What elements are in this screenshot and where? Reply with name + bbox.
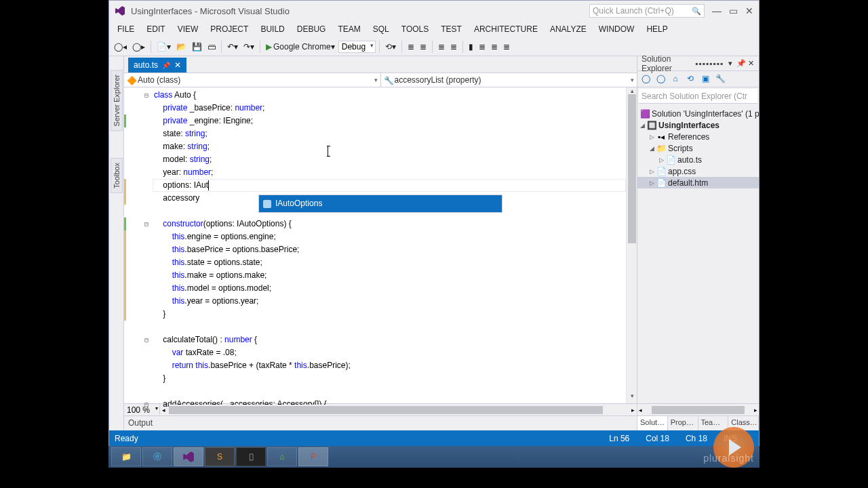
tb-misc7[interactable]: ≣ [489,41,500,53]
se-horizontal-scrollbar[interactable]: ◂▸ [637,403,759,415]
panel-dropdown-button[interactable]: ▾ [726,59,734,68]
menu-edit[interactable]: EDIT [141,22,170,36]
menu-window[interactable]: WINDOW [593,22,640,36]
nav-fwd-button[interactable]: ◯▸ [130,41,147,53]
scroll-right-icon[interactable]: ▸ [629,407,637,413]
menubar: FILEEDITVIEWPROJECTBUILDDEBUGTEAMSQLTOOL… [109,21,759,37]
menu-view[interactable]: VIEW [172,22,204,36]
menu-team[interactable]: TEAM [332,22,366,36]
nav-class-combo[interactable]: 🔶 Auto (class)▾ [124,73,381,87]
class-icon: 🔶 [127,76,135,84]
tb-misc5[interactable]: ▮ [467,41,475,53]
watermark: pluralsight [703,453,754,464]
tb-misc6[interactable]: ≣ [477,41,488,53]
redo-button[interactable]: ↷▾ [241,41,256,53]
file-tabs: auto.ts 📌 ✕ [124,56,637,73]
vertical-scrollbar[interactable]: ▴ ▾ [626,87,637,403]
text-cursor-icon [328,146,328,157]
taskbar-explorer[interactable]: 📁 [111,447,141,466]
window-title: UsingInterfaces - Microsoft Visual Studi… [131,6,589,16]
tb-misc2[interactable]: ≣ [418,41,429,53]
horizontal-scrollbar[interactable] [169,405,628,415]
close-tab-button[interactable]: ✕ [174,60,181,70]
menu-sql[interactable]: SQL [368,22,395,36]
open-button[interactable]: 📂 [174,41,189,53]
menu-debug[interactable]: DEBUG [292,22,332,36]
navigation-bar: 🔶 Auto (class)▾ 🔧 accessoryList (propert… [124,73,637,87]
solution-explorer-title: Solution Explorer [642,54,695,73]
intellisense-popup[interactable]: IAutoOptions [258,195,502,213]
code-editor[interactable]: IAutoOptions class Auto { private _baseP… [153,87,626,403]
intellisense-item[interactable]: IAutoOptions [259,195,502,212]
tb-misc3[interactable]: ≣ [436,41,447,53]
vs-logo-icon [115,5,125,16]
toolbox-tab[interactable]: Toolbox [111,158,123,193]
server-explorer-tab[interactable]: Server Explorer [111,70,123,131]
pin-icon[interactable]: 📌 [162,62,170,69]
panel-tab[interactable]: Prop… [668,416,698,430]
nav-member-combo[interactable]: 🔧 accessoryList (property)▾ [381,73,637,87]
undo-button[interactable]: ↶▾ [225,41,240,53]
tb-misc4[interactable]: ≣ [448,41,459,53]
menu-file[interactable]: FILE [112,22,140,36]
minimize-button[interactable]: — [713,7,721,15]
panel-tab[interactable]: Tea… [698,416,729,430]
taskbar-home[interactable]: ⌂ [267,447,297,466]
taskbar-powerpoint[interactable]: P [298,447,328,466]
tree-item[interactable]: ◢🔲UsingInterfaces [637,119,759,131]
tree-item[interactable]: ▷📄default.htm [637,177,759,188]
se-fwd-button[interactable]: ◯ [655,74,666,85]
new-project-button[interactable]: 📄▾ [155,41,173,53]
tree-item[interactable]: ▷📄app.css [637,165,759,177]
output-panel-header[interactable]: Output [124,415,637,430]
run-button[interactable]: ▶Google Chrome ▾ [264,41,337,53]
solution-tree[interactable]: 🟪Solution 'UsingInterfaces' (1 p◢🔲UsingI… [637,105,759,403]
windows-taskbar[interactable]: 📁 ⓔ S ⌷ ⌂ P [108,446,760,468]
se-refresh-button[interactable]: ⟲ [685,74,696,85]
menu-help[interactable]: HELP [641,22,673,36]
titlebar: UsingInterfaces - Microsoft Visual Studi… [109,1,759,21]
menu-test[interactable]: TEST [435,22,467,36]
menu-analyze[interactable]: ANALYZE [545,22,592,36]
se-search-input[interactable]: Search Solution Explorer (Ctr [639,89,757,104]
tree-item[interactable]: ▷📄auto.ts [637,154,759,165]
se-collapse-button[interactable]: ▣ [700,74,711,85]
se-home-button[interactable]: ⌂ [670,74,681,85]
quick-launch-input[interactable]: Quick Launch (Ctrl+Q)🔍 [589,4,705,18]
status-col: Col 18 [646,434,669,443]
menu-tools[interactable]: TOOLS [396,22,434,36]
tree-item[interactable]: ▷▪◂References [637,131,759,142]
browser-link-button[interactable]: ⟲▾ [383,41,398,53]
status-char: Ch 18 [686,434,707,443]
menu-project[interactable]: PROJECT [205,22,254,36]
status-line: Ln 56 [609,434,629,443]
scroll-thumb[interactable] [628,94,636,243]
panel-tab[interactable]: Solut… [637,416,668,430]
code-gutter: ⊟⊟⊟⊟ [124,87,153,403]
maximize-button[interactable]: ▭ [729,7,737,15]
close-button[interactable]: ✕ [745,7,753,15]
interface-icon [263,200,271,208]
panel-close-button[interactable]: ✕ [747,59,755,68]
tb-misc8[interactable]: ≣ [501,41,512,53]
se-back-button[interactable]: ◯ [640,74,651,85]
menu-architecture[interactable]: ARCHITECTURE [469,22,543,36]
file-tab-auto-ts[interactable]: auto.ts 📌 ✕ [128,58,186,73]
tree-item[interactable]: ◢📁Scripts [637,142,759,154]
solution-explorer: Solution Explorer ▪▪▪▪▪▪▪▪ ▾ 📌 ✕ ◯ ◯ ⌂ ⟲… [637,56,759,430]
taskbar-sublime[interactable]: S [205,447,235,466]
config-combo[interactable]: Debug [338,41,376,53]
nav-back-button[interactable]: ◯◂ [112,41,129,53]
taskbar-cmd[interactable]: ⌷ [236,447,266,466]
tree-item[interactable]: 🟪Solution 'UsingInterfaces' (1 p [637,108,759,119]
panel-pin-button[interactable]: 📌 [736,59,745,68]
se-props-button[interactable]: 🔧 [715,74,726,85]
scroll-down-icon[interactable]: ▾ [627,392,637,403]
menu-build[interactable]: BUILD [255,22,290,36]
tb-misc1[interactable]: ≣ [406,41,416,53]
taskbar-ie[interactable]: ⓔ [142,447,172,466]
zoom-combo[interactable]: 100 % [124,405,160,415]
save-button[interactable]: 💾 [190,41,204,53]
taskbar-vs[interactable] [174,447,203,466]
save-all-button[interactable]: 🗃 [205,41,218,53]
